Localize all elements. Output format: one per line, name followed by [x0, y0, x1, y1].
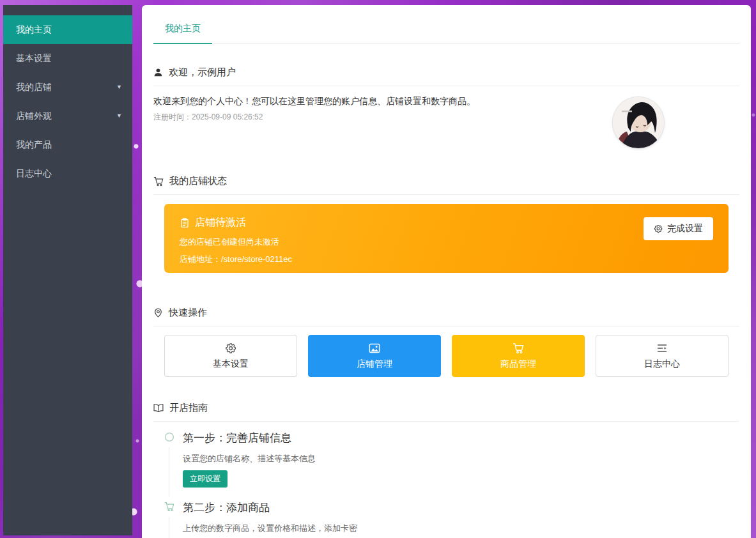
- cart-icon: [164, 502, 174, 512]
- location-pin-icon: [153, 308, 163, 318]
- setup-now-button[interactable]: 立即设置: [183, 470, 228, 488]
- quick-action-store-management[interactable]: 店铺管理: [308, 335, 441, 377]
- intro-paragraph: 欢迎来到您的个人中心！您可以在这里管理您的账户信息、店铺设置和数字商品。: [153, 96, 600, 107]
- sidebar-item-log-center[interactable]: 日志中心: [3, 159, 132, 188]
- banner-title: 店铺待激活: [195, 216, 246, 229]
- quick-action-label: 商品管理: [500, 358, 536, 370]
- welcome-heading: 欢迎，示例用户: [153, 44, 739, 86]
- guide-title: 开店指南: [169, 402, 208, 414]
- chevron-down-icon: ▼: [116, 113, 122, 119]
- timeline-connector: [169, 447, 169, 496]
- intro-row: 欢迎来到您的个人中心！您可以在这里管理您的账户信息、店铺设置和数字商品。 注册时…: [153, 96, 739, 148]
- quick-action-basic-settings[interactable]: 基本设置: [164, 335, 297, 377]
- gear-icon: [654, 224, 663, 233]
- step-description: 上传您的数字商品，设置价格和描述，添加卡密: [183, 523, 729, 534]
- cart-icon: [513, 342, 524, 354]
- sidebar-item-home[interactable]: 我的主页: [3, 15, 132, 44]
- banner-subtitle: 您的店铺已创建但尚未激活: [180, 236, 292, 248]
- tab-bar: 我的主页: [153, 5, 739, 44]
- sidebar-item-my-store[interactable]: 我的店铺 ▼: [3, 73, 132, 102]
- sidebar-item-basic-settings[interactable]: 基本设置: [3, 44, 132, 73]
- guide-step-1: 第一步：完善店铺信息 设置您的店铺名称、描述等基本信息 立即设置: [164, 431, 729, 488]
- quick-actions-row: 基本设置 店铺管理 商品管理 日志中心: [164, 335, 729, 377]
- sidebar: 我的主页 基本设置 我的店铺 ▼ 店铺外观 ▼ 我的产品 日志中心: [3, 5, 132, 535]
- quick-action-label: 店铺管理: [357, 358, 392, 370]
- step-title: 第一步：完善店铺信息: [183, 431, 729, 445]
- image-icon: [369, 342, 380, 354]
- guide-steps: 第一步：完善店铺信息 设置您的店铺名称、描述等基本信息 立即设置 第二步：添加商…: [164, 431, 729, 538]
- store-url: /store/store-0211ec: [221, 254, 292, 264]
- store-activation-banner: 店铺待激活 您的店铺已创建但尚未激活 店铺地址：/store/store-021…: [164, 204, 729, 273]
- complete-setup-label: 完成设置: [667, 223, 703, 234]
- quick-actions-heading: 快速操作: [153, 273, 739, 327]
- avatar: [613, 97, 664, 148]
- guide-heading: 开店指南: [153, 377, 739, 422]
- sidebar-item-my-products[interactable]: 我的产品: [3, 130, 132, 159]
- quick-action-label: 基本设置: [213, 358, 249, 370]
- sidebar-item-label: 我的主页: [16, 24, 52, 36]
- sidebar-item-label: 日志中心: [16, 168, 52, 180]
- chevron-down-icon: ▼: [116, 84, 122, 90]
- step-description: 设置您的店铺名称、描述等基本信息: [183, 453, 729, 465]
- main-panel: 我的主页 欢迎，示例用户 欢迎来到您的个人中心！您可以在这里管理您的账户信息、店…: [142, 5, 751, 538]
- guide-step-2: 第二步：添加商品 上传您的数字商品，设置价格和描述，添加卡密 管理商品: [164, 500, 729, 538]
- intro-text: 欢迎来到您的个人中心！您可以在这里管理您的账户信息、店铺设置和数字商品。 注册时…: [153, 96, 600, 148]
- store-status-heading: 我的店铺状态: [153, 148, 739, 195]
- banner-address: 店铺地址：/store/store-0211ec: [180, 254, 292, 265]
- banner-text: 店铺待激活 您的店铺已创建但尚未激活 店铺地址：/store/store-021…: [180, 216, 292, 265]
- sidebar-item-label: 基本设置: [16, 53, 52, 65]
- open-book-icon: [153, 403, 164, 413]
- store-status-title: 我的店铺状态: [169, 175, 227, 187]
- tab-my-homepage[interactable]: 我的主页: [153, 23, 212, 44]
- quick-action-label: 日志中心: [644, 358, 680, 370]
- sidebar-item-store-appearance[interactable]: 店铺外观 ▼: [3, 102, 132, 130]
- welcome-text: 欢迎，示例用户: [169, 66, 236, 79]
- sidebar-item-label: 我的产品: [16, 139, 52, 151]
- quick-action-log-center[interactable]: 日志中心: [596, 335, 729, 377]
- circle-icon: [164, 432, 174, 442]
- banner-title-row: 店铺待激活: [180, 216, 292, 229]
- gear-icon: [225, 342, 236, 354]
- complete-setup-button[interactable]: 完成设置: [644, 217, 713, 240]
- quick-action-product-management[interactable]: 商品管理: [452, 335, 585, 377]
- sidebar-item-label: 我的店铺: [16, 82, 52, 93]
- person-icon: [153, 68, 163, 77]
- quick-actions-title: 快速操作: [169, 307, 207, 319]
- sidebar-item-label: 店铺外观: [16, 111, 52, 122]
- step-title: 第二步：添加商品: [183, 500, 729, 515]
- register-time: 注册时间：2025-09-09 05:26:52: [153, 112, 600, 123]
- cart-icon: [153, 176, 164, 187]
- clipboard-icon: [180, 218, 190, 228]
- log-lines-icon: [656, 342, 668, 354]
- timeline-connector: [169, 517, 169, 538]
